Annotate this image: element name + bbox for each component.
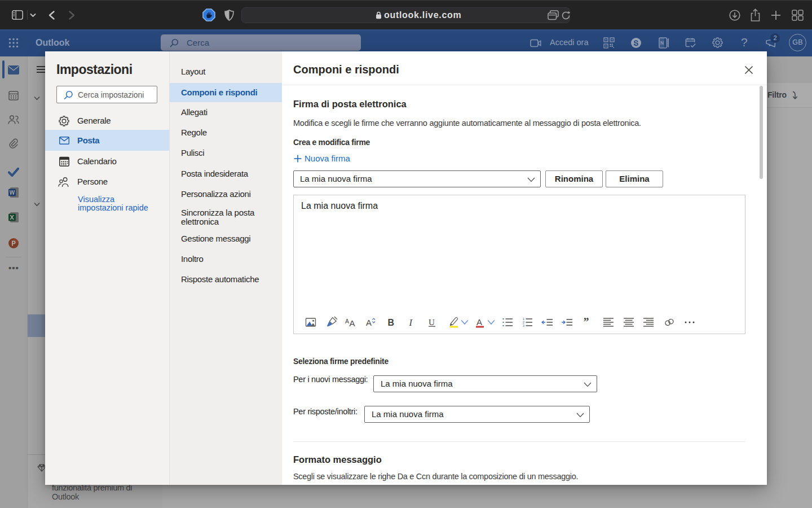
svg-text:A: A <box>345 318 349 325</box>
svg-text:A: A <box>349 318 355 328</box>
svg-text:U: U <box>429 318 435 327</box>
svg-text:B: B <box>387 318 394 327</box>
svg-text:I: I <box>409 317 413 328</box>
svg-text:3: 3 <box>523 323 525 327</box>
svg-text:A: A <box>476 317 482 327</box>
svg-text:A: A <box>366 318 372 327</box>
svg-text:”: ” <box>583 316 589 328</box>
